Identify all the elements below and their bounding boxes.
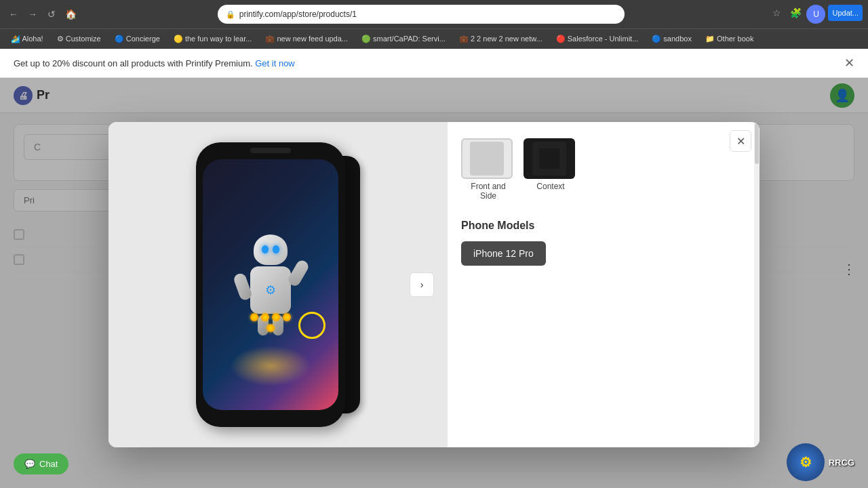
back-button[interactable]: ← xyxy=(5,6,22,22)
phone-display: ⚙ xyxy=(196,142,360,427)
bookmark-other[interactable]: 📁 Other book xyxy=(700,33,759,45)
robot-arm-right xyxy=(286,258,311,288)
browser-controls: ← → ↺ 🏠 xyxy=(5,6,79,22)
chevron-right-icon: › xyxy=(420,279,424,290)
modal-scrollbar[interactable] xyxy=(754,122,760,447)
extensions-button[interactable]: 🧩 xyxy=(787,5,804,21)
refresh-button[interactable]: ↺ xyxy=(43,6,60,22)
bookmark-customize[interactable]: ⚙ Customize xyxy=(52,33,106,45)
banner-message: Get up to 20% discount on all products w… xyxy=(14,58,253,68)
bookmark-smart[interactable]: 🟢 smart/CaPAD: Servi... xyxy=(356,33,451,45)
modal-close-button[interactable]: ✕ xyxy=(730,130,751,152)
modal-options-area: Front andSide Context Phone Models iPhon… xyxy=(448,122,760,447)
banner-close-button[interactable]: ✕ xyxy=(844,56,854,70)
forward-button[interactable]: → xyxy=(24,6,41,22)
profile-button[interactable]: U xyxy=(806,5,825,24)
thumb-placeholder-1 xyxy=(470,142,504,176)
thumb-placeholder-2 xyxy=(532,142,566,176)
modal-dialog: ✕ xyxy=(108,122,760,447)
chat-icon: 💬 xyxy=(24,459,35,469)
bookmark-fun-way[interactable]: 🟡 the fun way to lear... xyxy=(168,33,258,45)
modal-overlay[interactable]: ✕ xyxy=(0,78,868,488)
bookmark-feed[interactable]: 💼 new new feed upda... xyxy=(260,33,353,45)
phone-main-mockup: ⚙ xyxy=(196,142,345,427)
thumb-context-label: Context xyxy=(524,182,578,191)
bookmark-salesforce[interactable]: 🔴 Salesforce - Unlimit... xyxy=(551,33,644,45)
coins-area xyxy=(250,313,291,332)
lock-icon: 🔒 xyxy=(226,10,235,19)
scrollbar-thumb xyxy=(755,123,759,164)
robot-figure: ⚙ xyxy=(250,235,291,336)
view-thumbnails: Front andSide Context xyxy=(461,138,743,201)
update-button[interactable]: Updat... xyxy=(828,5,863,21)
browser-chrome: ← → ↺ 🏠 🔒 printify.com/app/store/product… xyxy=(0,0,868,28)
coin-5 xyxy=(267,324,275,332)
modal-image-area: ⚙ xyxy=(108,122,448,447)
phone-screen: ⚙ xyxy=(203,159,338,410)
chat-label: Chat xyxy=(39,459,58,469)
watermark: ⚙ RRCG xyxy=(787,443,854,481)
bookmark-sandbox[interactable]: 🔵 sandbox xyxy=(646,33,697,45)
bookmark-star[interactable]: ☆ xyxy=(768,5,785,21)
coin-1 xyxy=(250,313,258,321)
coin-3 xyxy=(272,313,280,321)
robot-head xyxy=(254,235,288,265)
watermark-text: RRCG xyxy=(829,458,854,468)
view-thumb-front-side[interactable]: Front andSide xyxy=(461,138,515,201)
robot-eye-left xyxy=(262,245,269,253)
bookmark-concierge[interactable]: 🔵 Concierge xyxy=(109,33,165,45)
phone-model-iphone12pro-button[interactable]: iPhone 12 Pro xyxy=(461,241,546,266)
address-bar[interactable]: 🔒 printify.com/app/store/products/1 xyxy=(218,5,625,24)
bookmark-aloha-logo[interactable]: 🏄 Aloha! xyxy=(5,33,49,45)
watermark-icon: ⚙ xyxy=(787,443,825,481)
banner-link[interactable]: Get it now xyxy=(255,58,295,68)
promo-banner: Get up to 20% discount on all products w… xyxy=(0,49,868,78)
page-background: 🖨 Pr 👤 C All ✕ xyxy=(0,78,868,488)
thumb-front-side-img xyxy=(461,138,513,179)
thumb-context-img xyxy=(524,138,575,179)
coin-2 xyxy=(261,313,269,321)
nav-arrow-right[interactable]: › xyxy=(410,272,434,297)
robot-art: ⚙ xyxy=(210,169,332,400)
url-text: printify.com/app/store/products/1 xyxy=(239,9,357,19)
robot-eye-right xyxy=(273,245,279,253)
banner-text: Get up to 20% discount on all products w… xyxy=(14,58,295,68)
coin-4 xyxy=(283,313,291,321)
phone-models-title: Phone Models xyxy=(461,220,743,232)
chat-button[interactable]: 💬 Chat xyxy=(14,453,68,474)
bookmarks-bar: 🏄 Aloha! ⚙ Customize 🔵 Concierge 🟡 the f… xyxy=(0,28,868,49)
bookmark-new2[interactable]: 💼 2 2 new 2 new netw... xyxy=(454,33,548,45)
thumb-front-side-label: Front andSide xyxy=(461,182,515,201)
robot-body: ⚙ xyxy=(250,266,291,314)
close-icon: ✕ xyxy=(736,135,745,148)
view-thumb-context[interactable]: Context xyxy=(524,138,578,201)
glow-effect xyxy=(230,346,311,386)
home-button[interactable]: 🏠 xyxy=(62,6,79,22)
robot-arm-left xyxy=(233,272,254,302)
